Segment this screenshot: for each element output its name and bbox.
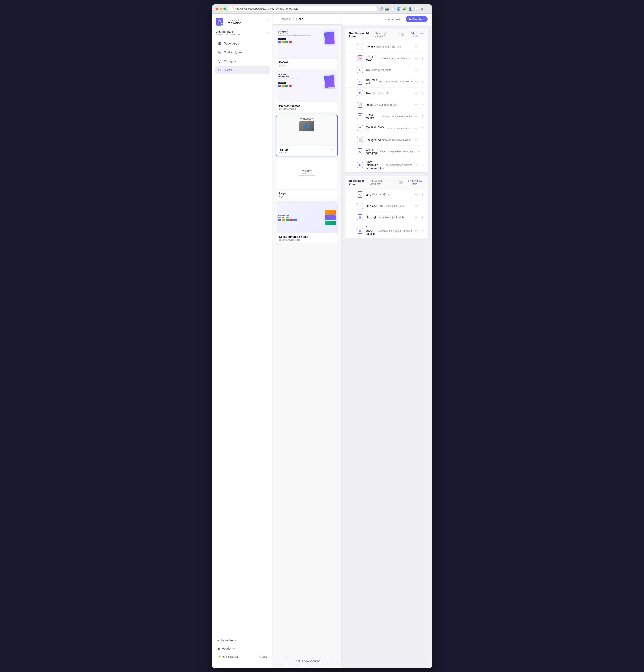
link-icon[interactable]: 🔗 — [379, 7, 383, 11]
workspace-header: P Environment Production ⌃ — [212, 18, 272, 30]
sidebar-item-slices[interactable]: ⊟ Slices — [215, 66, 270, 74]
repeatable-code-snippets-toggle[interactable] — [396, 181, 403, 184]
more-title-button[interactable]: ⋮ — [420, 68, 425, 73]
slice-menu-legal[interactable]: ⋮ — [331, 193, 334, 197]
drag-handle-photo-credits[interactable]: ⋮⋮ — [348, 115, 355, 118]
edit-pre-title-color-button[interactable]: ✏ — [414, 56, 419, 61]
non-repeatable-zone: Non-Repeatable Zone Show code snippets? … — [345, 28, 428, 172]
changelog-item[interactable]: ⚡ Changelog v1.23.1 — [215, 653, 270, 661]
more-pre-title-button[interactable]: ⋮ — [420, 44, 425, 49]
puzzle-icon[interactable]: 🧩 — [403, 7, 406, 11]
sidebar-item-changes[interactable]: ◎ Changes — [215, 57, 270, 65]
field-name-group-link-style: Link style slice.items[i].link_style — [366, 216, 412, 219]
invite-team-item[interactable]: + Invite team — [215, 636, 270, 644]
field-api-id-background: slice.primary.background — [382, 138, 410, 141]
more-custom-button-function-button[interactable]: ⋮ — [420, 228, 425, 233]
edit-pre-title-button[interactable]: ✏ — [414, 44, 419, 49]
user-icon[interactable]: 👤 — [408, 7, 412, 11]
drag-handle-custom-button-function[interactable]: ⋮⋮ — [348, 229, 355, 232]
more-wider-paragraph-button[interactable]: ⋮ — [422, 149, 427, 154]
more-link-button[interactable]: ⋮ — [420, 192, 425, 197]
slice-card-legal[interactable]: Prismic PrivacyPolicy Last updated: 2023… — [276, 159, 338, 200]
drag-handle-link-style[interactable]: ⋮⋮ — [348, 216, 355, 219]
slice-menu-preset-animated[interactable]: ⋮ — [331, 105, 334, 109]
url-bar[interactable]: i http://localhost:9999/slices/--slices-… — [228, 7, 377, 11]
edit-allow-intellimize-button[interactable]: ✏ — [415, 163, 419, 168]
field-type-icon-custom-button-function: ▤ — [357, 228, 363, 234]
more-link-style-button[interactable]: ⋮ — [420, 215, 425, 220]
more-link-label-button[interactable]: ⋮ — [420, 203, 425, 208]
drag-handle-background[interactable]: ⋮⋮ — [348, 138, 355, 142]
slice-preview-simple: That page where you canapply for jobs — [276, 116, 337, 146]
drag-handle-title-max-width[interactable]: ⋮⋮ — [348, 80, 355, 83]
slice-card-animation-video[interactable]: Build a website thatkeeps getting better — [276, 203, 338, 243]
back-button[interactable]: ← — [277, 17, 280, 21]
more-pre-title-color-button[interactable]: ⋮ — [420, 56, 425, 61]
globe-icon[interactable]: 🌐 — [397, 7, 401, 11]
slice-card-simple[interactable]: That page where you canapply for jobs Si… — [276, 115, 338, 156]
drag-handle-wider-paragraph[interactable]: ⋮⋮ — [348, 150, 355, 153]
close-window-button[interactable] — [216, 8, 218, 10]
repeatable-zone-title: Repeatable Zone — [349, 179, 370, 186]
code-snippets-toggle[interactable] — [399, 33, 404, 36]
edit-custom-button-function-button[interactable]: ✏ — [414, 228, 419, 233]
add-field-button-non-repeatable[interactable]: + Add a new field — [407, 32, 424, 38]
edit-link-style-button[interactable]: ✏ — [414, 215, 419, 220]
more-text-button[interactable]: ⋮ — [420, 91, 425, 96]
slice-menu-animation-video[interactable]: ⋮ — [331, 236, 334, 240]
drag-handle-pre-title-color[interactable]: ⋮⋮ — [348, 57, 355, 60]
add-variation-button[interactable]: + Add a new variation — [276, 657, 338, 665]
edit-text-button[interactable]: ✏ — [414, 91, 419, 96]
field-actions-link-style: ✏ ⋮ — [414, 215, 425, 220]
sidebar-item-page-types[interactable]: ⊞ Page types — [215, 39, 270, 48]
edit-title-button[interactable]: ✏ — [414, 68, 419, 73]
drag-handle-link[interactable]: ⋮⋮ — [348, 193, 355, 196]
edit-link-button[interactable]: ✏ — [414, 192, 419, 197]
edit-photo-credits-button[interactable]: ✏ — [414, 114, 419, 119]
edit-youtube-video-id-button[interactable]: ✏ — [414, 125, 419, 131]
settings-icon[interactable]: ⚙️ — [420, 7, 424, 11]
slice-menu-simple[interactable]: ⋮ — [331, 149, 334, 153]
auto-saved-indicator: ✓ Auto-saved — [384, 17, 402, 21]
drag-handle-text[interactable]: ⋮⋮ — [348, 92, 355, 95]
simulate-button[interactable]: ▶ Simulate — [406, 16, 428, 22]
drag-handle-link-label[interactable]: ⋮⋮ — [348, 204, 355, 208]
field-actions-link-label: ✏ ⋮ — [414, 203, 425, 208]
external-link-icon[interactable]: ↗ — [266, 31, 269, 35]
more-title-max-width-button[interactable]: ⋮ — [420, 79, 425, 84]
more-background-button[interactable]: ⋮ — [420, 137, 425, 142]
edit-link-label-button[interactable]: ✏ — [414, 203, 419, 208]
sidebar-item-custom-types[interactable]: ⊡ Custom types — [215, 48, 270, 57]
maximize-window-button[interactable] — [223, 8, 226, 10]
toggle-knob — [399, 33, 402, 36]
page-types-icon: ⊞ — [217, 41, 222, 46]
add-field-button-repeatable[interactable]: + Add a new field — [405, 179, 424, 185]
mail-icon[interactable]: ✉️ — [391, 7, 395, 11]
camera-icon[interactable]: 📷 — [385, 7, 389, 11]
edit-title-max-width-button[interactable]: ✏ — [414, 79, 419, 84]
more-photo-credits-button[interactable]: ⋮ — [420, 114, 425, 119]
field-actions-photo-credits: ✏ ⋮ — [414, 114, 425, 119]
chart-icon[interactable]: 📊 — [414, 7, 418, 11]
academy-item[interactable]: ◉ Academy — [215, 645, 270, 652]
slice-menu-default[interactable]: ⋮ — [331, 62, 334, 66]
field-api-id-image: slice.primary.image — [375, 103, 397, 106]
more-allow-intellimize-button[interactable]: ⋮ — [420, 163, 425, 168]
minimize-window-button[interactable] — [219, 8, 222, 10]
more-youtube-video-id-button[interactable]: ⋮ — [420, 125, 425, 131]
grid-icon[interactable]: ⊞ — [426, 7, 428, 11]
drag-handle-title[interactable]: ⋮⋮ — [348, 68, 355, 72]
drag-handle-image[interactable]: ⋮⋮ — [348, 103, 355, 106]
slice-card-preset-animated[interactable]: From websiteto growth engine Discover ho… — [276, 72, 338, 112]
workspace-chevron-icon[interactable]: ⌃ — [266, 20, 269, 24]
edit-wider-paragraph-button[interactable]: ✏ — [417, 149, 421, 154]
more-image-button[interactable]: ⋮ — [420, 102, 425, 107]
field-row-title: ⋮⋮ Tr Title slice.primary.title ✏ ⋮ — [345, 64, 428, 76]
drag-handle-youtube-video-id[interactable]: ⋮⋮ — [348, 127, 355, 130]
slice-card-default[interactable]: From websiteto growth engine Discover ho… — [276, 28, 338, 69]
edit-background-button[interactable]: ✏ — [414, 137, 419, 142]
drag-handle-pre-title[interactable]: ⋮⋮ — [348, 45, 355, 48]
drag-handle-allow-intellimize[interactable]: ⋮⋮ — [348, 163, 355, 167]
slice-variant-preset-animated: presetAnimated — [279, 107, 300, 110]
edit-image-button[interactable]: ✏ — [414, 102, 419, 107]
